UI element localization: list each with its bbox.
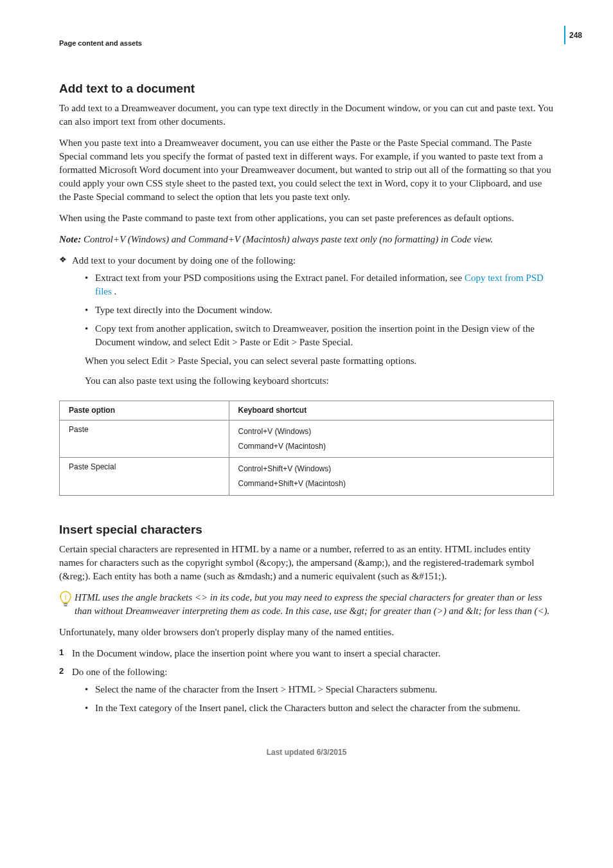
step-item: Do one of the following: Select the name…	[59, 665, 554, 715]
bullet-item: In the Text category of the Insert panel…	[85, 701, 554, 715]
lightbulb-icon	[59, 591, 72, 609]
table-cell: Control+V (Windows) Command+V (Macintosh…	[229, 420, 553, 458]
diamond-item: Add text to your document by doing one o…	[59, 254, 554, 388]
bullet-item: Extract text from your PSD compositions …	[85, 271, 554, 298]
heading-special-characters: Insert special characters	[59, 521, 554, 539]
shortcut-line: Control+V (Windows)	[238, 424, 544, 439]
bullet-item: Type text directly into the Document win…	[85, 303, 554, 317]
page-number: 248	[569, 31, 582, 40]
step-item: In the Document window, place the insert…	[59, 647, 554, 660]
table-row: Paste Special Control+Shift+V (Windows) …	[60, 458, 554, 496]
diamond-text: Add text to your document by doing one o…	[72, 255, 296, 266]
note-paragraph: Note: Control+V (Windows) and Command+V …	[59, 233, 554, 246]
shortcut-line: Control+Shift+V (Windows)	[238, 462, 544, 476]
paragraph: To add text to a Dreamweaver document, y…	[59, 102, 554, 129]
bullet-item: Copy text from another application, swit…	[85, 322, 554, 349]
footer-updated: Last updated 6/3/2015	[59, 747, 554, 758]
bullet-list: Select the name of the character from th…	[85, 683, 554, 715]
shortcut-table: Paste option Keyboard shortcut Paste Con…	[59, 401, 554, 496]
text: Extract text from your PSD compositions …	[95, 273, 465, 283]
diamond-list: Add text to your document by doing one o…	[59, 254, 554, 388]
page-number-box: 248	[564, 26, 586, 44]
paragraph: Unfortunately, many older browsers don't…	[59, 626, 554, 639]
paragraph: Certain special characters are represent…	[59, 543, 554, 583]
shortcut-line: Command+V (Macintosh)	[238, 439, 544, 454]
steps-list: In the Document window, place the insert…	[59, 647, 554, 715]
table-row: Paste Control+V (Windows) Command+V (Mac…	[60, 420, 554, 458]
heading-add-text: Add text to a document	[59, 80, 554, 98]
table-cell: Paste Special	[60, 458, 229, 496]
paragraph: When using the Paste command to paste te…	[59, 212, 554, 225]
bullet-item: Select the name of the character from th…	[85, 683, 554, 696]
svg-rect-1	[64, 605, 67, 606]
subtext: When you select Edit > Paste Special, yo…	[85, 354, 554, 368]
running-head: Page content and assets	[59, 39, 554, 48]
bullet-list: Extract text from your PSD compositions …	[85, 271, 554, 349]
table-cell: Control+Shift+V (Windows) Command+Shift+…	[229, 458, 553, 496]
tip-block: HTML uses the angle brackets <> in its c…	[59, 591, 554, 618]
note-text: Control+V (Windows) and Command+V (Macin…	[81, 234, 493, 244]
paragraph: When you paste text into a Dreamweaver d…	[59, 136, 554, 204]
table-cell: Paste	[60, 420, 229, 458]
note-label: Note:	[59, 234, 81, 244]
subtext: You can also paste text using the follow…	[85, 374, 554, 388]
table-header: Keyboard shortcut	[229, 401, 553, 420]
tip-text: HTML uses the angle brackets <> in its c…	[75, 592, 549, 616]
text: .	[112, 286, 117, 296]
step-text: Do one of the following:	[72, 667, 167, 677]
table-header: Paste option	[60, 401, 229, 420]
shortcut-line: Command+Shift+V (Macintosh)	[238, 476, 544, 491]
svg-rect-0	[64, 603, 67, 604]
